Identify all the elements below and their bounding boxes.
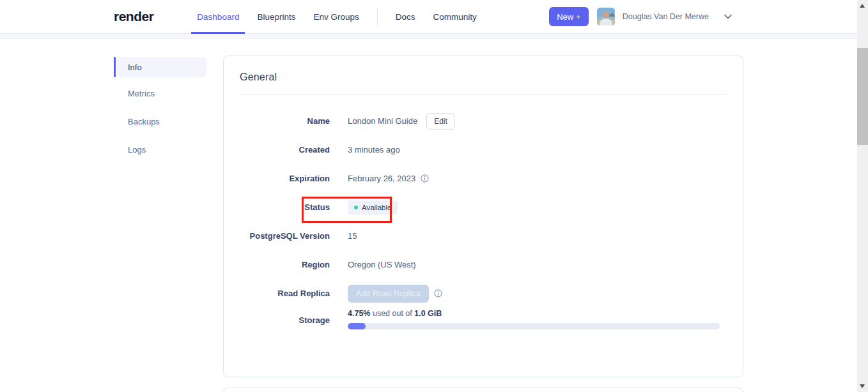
row-postgres-version: PostgreSQL Version 15 [240,222,727,250]
row-name: Name London Mini Guide Edit [240,107,727,135]
sidebar-item-metrics[interactable]: Metrics [117,81,206,105]
storage-progress-fill [348,323,366,329]
storage-usage-text: 4.75% used out of 1.0 GiB [348,309,720,318]
status-badge-text: Available [362,204,391,211]
section-title: General [240,72,727,83]
row-storage: Storage 4.75% used out of 1.0 GiB [240,308,727,341]
general-card: General Name London Mini Guide Edit Crea… [223,56,743,377]
nav-divider [377,8,378,25]
row-region-label: Region [240,260,330,269]
render-logo[interactable]: render [114,9,153,24]
row-expiration-value: February 26, 2023 [348,174,415,183]
row-status-label: Status [240,202,330,212]
row-region-value: Oregon (US West) [348,260,416,269]
sidebar-item-logs[interactable]: Logs [117,137,206,162]
row-storage-label: Storage [240,315,330,325]
chevron-down-icon[interactable] [724,14,732,19]
edit-name-button[interactable]: Edit [426,113,455,130]
header-right-group: New + Douglas Van Der Merwe [549,7,732,26]
nav-item-dashboard[interactable]: Dashboard [188,0,248,33]
row-postgres-version-value: 15 [348,231,357,241]
info-rows: Name London Mini Guide Edit Created 3 mi… [240,107,727,341]
nav-item-docs[interactable]: Docs [387,0,424,33]
subheader-band [0,34,868,39]
sidebar-item-info[interactable]: Info [117,57,206,77]
row-expiration-label: Expiration [240,174,330,183]
add-read-replica-button[interactable]: Add Read Replica [348,285,429,303]
row-status: Status Available [240,193,727,222]
status-dot-icon [354,206,358,209]
row-read-replica-label: Read Replica [240,289,330,298]
scrollbar-up-arrow-icon[interactable] [860,4,865,8]
user-avatar[interactable] [597,8,615,26]
scrollbar-down-arrow-icon[interactable] [860,384,865,388]
vertical-scrollbar[interactable] [857,0,868,392]
scrollbar-thumb[interactable] [857,48,868,145]
top-nav-bar: render Dashboard Blueprints Env Groups D… [0,0,868,34]
row-created: Created 3 minutes ago [240,135,727,164]
storage-progress-track [348,323,720,329]
sidebar: Info Metrics Backups Logs [114,57,210,165]
render-dashboard-page: render Dashboard Blueprints Env Groups D… [0,0,868,392]
new-button[interactable]: New + [549,7,589,26]
sidebar-item-backups[interactable]: Backups [117,109,206,133]
user-name: Douglas Van Der Merwe [623,12,709,21]
nav-item-env-groups[interactable]: Env Groups [304,0,368,33]
status-badge: Available [348,200,398,215]
nav-item-blueprints[interactable]: Blueprints [248,0,304,33]
row-region: Region Oregon (US West) [240,250,727,279]
next-card-partial [223,388,743,392]
row-read-replica: Read Replica Add Read Replica [240,279,727,308]
row-postgres-version-label: PostgreSQL Version [240,231,330,241]
expiration-info-icon[interactable] [421,174,429,183]
storage-total: 1.0 GiB [414,309,442,318]
section-divider [240,94,727,94]
row-expiration: Expiration February 26, 2023 [240,164,727,193]
active-item-accent-bar [114,57,116,77]
nav-item-community[interactable]: Community [424,0,486,33]
row-name-value: London Mini Guide [348,116,417,126]
read-replica-info-icon[interactable] [434,289,442,298]
storage-percent: 4.75% [348,309,370,318]
primary-nav: Dashboard Blueprints Env Groups Docs Com… [188,0,485,33]
row-created-value: 3 minutes ago [348,145,400,155]
row-name-label: Name [240,116,330,126]
row-created-label: Created [240,145,330,155]
storage-middle-text: used out of [370,309,414,318]
